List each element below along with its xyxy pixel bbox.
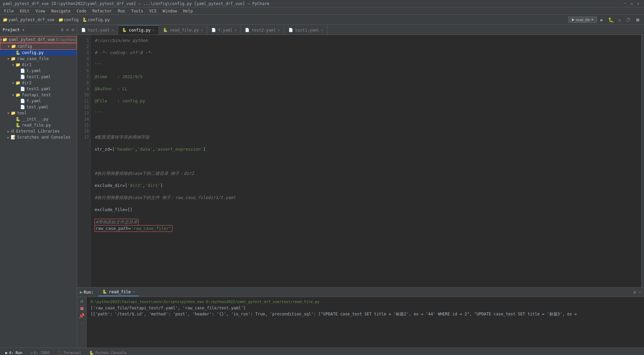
- tree-item-dir2[interactable]: ▼ 📁 dir2: [0, 80, 77, 86]
- tab-close-test-yaml[interactable]: ✕: [112, 28, 114, 32]
- run-config-button[interactable]: ▶ read_file ▾: [568, 16, 597, 23]
- project-tree: ▼ 📁 yaml_pytest_drf_vue D:\python2022 ▼ …: [0, 35, 77, 348]
- tree-label-external-libs: External Libraries: [16, 129, 60, 134]
- tree-item-external-libs[interactable]: ▶ 🏛 External Libraries: [0, 128, 77, 134]
- tab-read-file-py[interactable]: 🐍 read_file.py ✕: [159, 25, 207, 35]
- tree-item-fastapi[interactable]: ▼ 📁 fastapi_test: [0, 92, 77, 98]
- tree-label-config: config: [17, 44, 32, 49]
- code-line-13: exclude_dir=['dir2','dir1']: [95, 183, 637, 189]
- tree-item-scratches[interactable]: ▶ 📝 Scratches and Consoles: [0, 134, 77, 140]
- menu-item-tools[interactable]: Tools: [128, 8, 146, 14]
- tab-config-py[interactable]: 🐍 config.py ✕: [118, 25, 159, 35]
- project-dropdown-icon[interactable]: ▾: [22, 28, 25, 32]
- breadcrumb-project-name[interactable]: yaml_pytest_drf_vue: [8, 17, 54, 22]
- tree-item-init-py[interactable]: 🐍 __init__.py: [0, 116, 77, 122]
- tree-item-tool[interactable]: ▼ 📁 tool: [0, 110, 77, 116]
- tree-item-t-yaml[interactable]: 📄 t.yaml: [0, 68, 77, 74]
- stop-button[interactable]: ⏹: [634, 16, 641, 23]
- rerun-button[interactable]: ↺: [80, 298, 83, 304]
- tab-test1-yaml[interactable]: 📄 test1.yaml ✕: [284, 25, 328, 35]
- tab-f-yaml[interactable]: 📄 f.yaml ✕: [207, 25, 241, 35]
- tree-item-dir1[interactable]: ▼ 📁 dir1: [0, 62, 77, 68]
- breadcrumb-config-folder[interactable]: 📁: [58, 17, 63, 22]
- menu-item-edit[interactable]: Edit: [17, 8, 32, 14]
- code-line-15: exclude_file=[]: [95, 207, 637, 213]
- project-gear-icon[interactable]: ⚙: [71, 27, 74, 32]
- line-num-16: 16: [78, 128, 89, 134]
- bottom-panel-right-icons: ⚙ ─: [633, 290, 641, 295]
- external-libs-icon: 🏛: [11, 129, 15, 134]
- tab-close-f-yaml[interactable]: ✕: [234, 28, 236, 32]
- code-line-3: ''': [95, 62, 637, 68]
- tree-item-root[interactable]: ▼ 📁 yaml_pytest_drf_vue D:\python2022: [0, 36, 77, 43]
- folder-icon-dir2: 📁: [15, 81, 20, 85]
- menu-item-file[interactable]: File: [1, 8, 16, 14]
- tree-item-config-folder[interactable]: ▼ 📁 config: [0, 43, 77, 50]
- code-content[interactable]: #!/usr/bin/env python # -*- coding: utf-…: [91, 35, 641, 287]
- tree-item-test1-yaml[interactable]: 📄 test1.yaml: [0, 74, 77, 80]
- folder-icon-raw: 📁: [11, 56, 16, 61]
- run-button[interactable]: ▶: [599, 16, 604, 23]
- action-terminal-btn[interactable]: ⬛ Terminal: [55, 350, 84, 355]
- tree-item-test2-yaml[interactable]: 📄 test2.yaml: [0, 86, 77, 92]
- action-python-console-btn[interactable]: 🐍 Python Console: [87, 350, 129, 355]
- breadcrumb-file-name[interactable]: config.py: [88, 17, 110, 22]
- tree-item-test-yaml[interactable]: 📄 test.yaml: [0, 104, 77, 110]
- tab-close-test2-yaml[interactable]: ✕: [278, 28, 280, 32]
- menu-item-code[interactable]: Code: [74, 8, 89, 14]
- profile-button[interactable]: ⏱: [625, 16, 632, 23]
- scroll-end-button[interactable]: ⇩: [80, 320, 83, 326]
- minimize-button[interactable]: ─: [624, 2, 628, 6]
- code-line-5: @Author : LL: [95, 86, 637, 92]
- line-num-12: 12: [78, 104, 89, 110]
- menu-item-navigate[interactable]: Navigate: [49, 8, 73, 14]
- menu-item-vcs[interactable]: VCS: [147, 8, 159, 14]
- bottom-tab-run[interactable]: 🐍 read_file ✕: [98, 288, 139, 296]
- folder-icon-config: 📁: [11, 44, 16, 49]
- tree-item-read-file-py[interactable]: 🐍 read_file.py: [0, 122, 77, 128]
- yaml-icon-test2: 📄: [20, 87, 25, 91]
- coverage-button[interactable]: ☑: [617, 16, 623, 23]
- breadcrumb-file[interactable]: 🐍: [82, 17, 87, 22]
- tab-close-config-py[interactable]: ✕: [153, 28, 155, 32]
- tree-item-config-py[interactable]: 🐍 config.py: [0, 50, 77, 56]
- action-todo-btn[interactable]: ☑ 6: TODO: [28, 350, 52, 355]
- stop-run-button[interactable]: ⏹: [79, 306, 84, 311]
- tree-label-dir2: dir2: [22, 81, 32, 85]
- bottom-minimize-icon[interactable]: ─: [639, 290, 641, 295]
- run-config-dropdown-icon: ▾: [591, 17, 593, 22]
- project-panel-header: Project ▾ ⚙ ≡ ⚙: [0, 25, 77, 35]
- bottom-settings-icon[interactable]: ⚙: [633, 290, 636, 295]
- tab-close-read-file-py[interactable]: ✕: [201, 28, 203, 32]
- project-settings-icon[interactable]: ⚙: [61, 27, 64, 32]
- scratches-icon: 📝: [11, 135, 16, 140]
- close-button[interactable]: ✕: [637, 2, 641, 6]
- run-tab-label[interactable]: Run:: [84, 290, 94, 295]
- project-collapse-icon[interactable]: ≡: [66, 27, 69, 32]
- menu-item-refactor[interactable]: Refactor: [90, 8, 114, 14]
- code-editor[interactable]: 1 2 3 4 5 6 7 8 9 10 11 12 13 14 15 16 1: [77, 35, 644, 287]
- tab-close-test1-yaml[interactable]: ✕: [321, 28, 323, 32]
- tree-item-f-yaml[interactable]: 📄 f.yaml: [0, 98, 77, 104]
- folder-icon-root: 📁: [2, 37, 7, 42]
- menu-item-help[interactable]: Help: [180, 8, 196, 14]
- breadcrumb-project[interactable]: 📁: [3, 17, 8, 22]
- main-area: Project ▾ ⚙ ≡ ⚙ ▼ 📁 yaml_pytest_drf_vue …: [0, 25, 644, 348]
- tab-test2-yaml[interactable]: 📄 test2.yaml ✕: [241, 25, 284, 35]
- debug-button[interactable]: 🐛: [607, 16, 615, 23]
- line-num-14: 14: [78, 116, 89, 122]
- menu-item-run[interactable]: Run: [115, 8, 128, 14]
- pin-button[interactable]: 📌: [79, 313, 85, 318]
- bottom-tab-run-close[interactable]: ✕: [133, 290, 135, 294]
- menu-item-window[interactable]: Window: [160, 8, 180, 14]
- tab-test-yaml[interactable]: 📄 test.yaml ✕: [77, 25, 118, 35]
- tab-bar: 📄 test.yaml ✕ 🐍 config.py ✕ 🐍 read_file.…: [77, 25, 644, 35]
- editor-scrollbar[interactable]: [641, 35, 644, 287]
- project-header-icons: ⚙ ≡ ⚙: [61, 27, 74, 32]
- tree-item-raw[interactable]: ▼ 📁 raw_case_file: [0, 56, 77, 62]
- restore-button[interactable]: ▭: [631, 2, 635, 6]
- breadcrumb-config-name[interactable]: config: [64, 17, 78, 22]
- menu-item-view[interactable]: View: [33, 8, 48, 14]
- line-numbers: 1 2 3 4 5 6 7 8 9 10 11 12 13 14 15 16 1: [77, 35, 91, 287]
- action-run-btn[interactable]: ▶ 4: Run: [3, 350, 25, 355]
